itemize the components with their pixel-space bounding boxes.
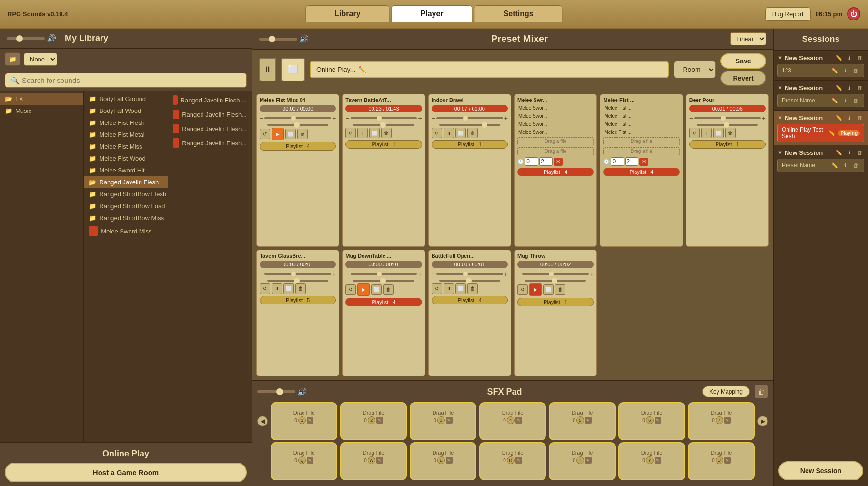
revert-button[interactable]: Revert	[720, 71, 766, 86]
sfx-pad-y[interactable]: Drag File 0 Y ✎	[618, 442, 685, 480]
delete-sound-button[interactable]: 🗑	[295, 284, 306, 294]
mixer-volume-control[interactable]: 🔊	[259, 34, 309, 43]
list-item[interactable]: 📁BodyFall Wood	[84, 105, 167, 117]
tab-settings[interactable]: Settings	[474, 5, 563, 22]
playlist-button[interactable]: Playlist 1	[689, 140, 766, 149]
mixer-volume-thumb[interactable]	[269, 36, 275, 42]
vol-plus[interactable]: +	[590, 270, 594, 278]
sfx-pad-3[interactable]: Drag File 0 3 ✎	[410, 402, 476, 440]
stop-button[interactable]: ⬜	[281, 58, 305, 81]
loop-button[interactable]: ↺	[432, 284, 442, 294]
stop-sound-button[interactable]: ⬜	[283, 284, 294, 294]
vol-minus[interactable]: −	[517, 270, 521, 278]
list-item[interactable]: 📁Melee Fist Metal	[84, 129, 167, 141]
vol-plus[interactable]: +	[504, 114, 508, 122]
collapse-icon-4[interactable]: ▼	[777, 150, 783, 155]
sfx-pad-7[interactable]: Drag File 0 7 ✎	[688, 402, 755, 440]
list-item[interactable]: Ranged Javelin Flesh...	[168, 107, 252, 122]
collapse-icon-1[interactable]: ▼	[777, 55, 783, 61]
pan-thumb[interactable]	[552, 278, 557, 284]
folder-icon-button[interactable]: 📁	[5, 52, 20, 66]
list-item[interactable]: Ranged Javelin Flesh ...	[168, 93, 252, 107]
sfx-edit-icon[interactable]: ✎	[585, 457, 592, 464]
list-item[interactable]: Ranged Javelin Flesh...	[168, 136, 252, 150]
list-item[interactable]: Ranged Javelin Flesh...	[168, 122, 252, 136]
vol-thumb[interactable]	[463, 116, 468, 121]
stop-sound-button[interactable]: ⬜	[369, 128, 380, 138]
vol-slider[interactable]	[522, 273, 589, 275]
vol-minus[interactable]: −	[260, 270, 263, 278]
search-input-wrap[interactable]: 🔍	[5, 73, 247, 88]
sfx-edit-icon[interactable]: ✎	[376, 417, 383, 424]
pan-track[interactable]	[439, 124, 500, 126]
vol-minus[interactable]: −	[260, 114, 263, 122]
list-item[interactable]: 📁Melee Fist Wood	[84, 152, 167, 164]
vol-plus[interactable]: +	[332, 270, 336, 278]
vol-slider[interactable]	[694, 117, 761, 119]
drag-file-area[interactable]: Drag a file	[517, 137, 594, 145]
delete-sound-button[interactable]: 🗑	[297, 129, 308, 139]
sfx-pad-2[interactable]: Drag File 0 2 ✎	[340, 402, 407, 440]
sfx-pad-r[interactable]: Drag File 0 R ✎	[479, 442, 546, 480]
sfx-pad-5[interactable]: Drag File 0 5 ✎	[549, 402, 616, 440]
drag-file-area[interactable]: Drag a file	[603, 147, 679, 155]
pan-thumb[interactable]	[482, 122, 487, 128]
play-button[interactable]: ▶	[357, 284, 370, 296]
sfx-edit-icon[interactable]: ✎	[724, 457, 731, 464]
playlist-button[interactable]: Playlist 4	[345, 298, 422, 306]
sfx-edit-icon[interactable]: ✎	[655, 457, 661, 464]
loop-button[interactable]: ↺	[432, 128, 442, 138]
sfx-pad-q[interactable]: Drag File 0 Q ✎	[271, 442, 337, 480]
sfx-volume-control[interactable]: 🔊	[257, 387, 307, 396]
play-button[interactable]: ▶	[272, 128, 284, 140]
vol-plus[interactable]: +	[504, 270, 508, 278]
info-preset-2[interactable]: ℹ	[841, 96, 849, 105]
list-item[interactable]: 📁Ranged ShortBow Miss	[84, 212, 167, 224]
playlist-button[interactable]: Playlist 4	[432, 296, 508, 304]
sfx-volume-thumb[interactable]	[276, 388, 283, 395]
delete-preset-1[interactable]: 🗑	[851, 66, 860, 75]
playlist-button[interactable]: Playlist 5	[260, 296, 336, 304]
vol-minus[interactable]: −	[345, 114, 349, 122]
info-session-2[interactable]: ℹ	[845, 83, 854, 92]
delete-sound-button[interactable]: 🗑	[555, 284, 565, 295]
stop-sound-button[interactable]: ⬜	[455, 284, 466, 294]
vol-plus[interactable]: +	[762, 114, 766, 122]
edit-session-4[interactable]: ✏️	[835, 148, 843, 157]
pause-sound-button[interactable]: ⏸	[444, 284, 454, 294]
vol-slider[interactable]	[436, 273, 503, 275]
playlist-button[interactable]: Playlist 4	[517, 168, 594, 176]
key-mapping-button[interactable]: Key Mapping	[702, 386, 750, 397]
vol-slider[interactable]	[351, 273, 417, 275]
delete-sound-button[interactable]: 🗑	[381, 128, 392, 138]
playlist-button[interactable]: Playlist 4	[603, 168, 679, 176]
list-item[interactable]: 📁Melee Fist Miss	[84, 141, 167, 152]
linear-select[interactable]: Linear	[730, 32, 766, 45]
sfx-edit-icon[interactable]: ✎	[307, 417, 313, 424]
list-item[interactable]: 📁Melee Fist Flesh	[84, 117, 167, 129]
list-item[interactable]: 📁Ranged ShortBow Flesh	[84, 188, 167, 200]
sfx-edit-icon[interactable]: ✎	[724, 417, 731, 424]
num-field-0[interactable]	[525, 157, 538, 166]
sfx-volume-track[interactable]	[257, 390, 295, 393]
vol-thumb[interactable]	[291, 116, 296, 121]
playlist-button[interactable]: Playlist 4	[260, 142, 336, 151]
delete-preset-4[interactable]: 🗑	[851, 161, 860, 170]
loop-button[interactable]: ↺	[345, 128, 356, 138]
new-session-button[interactable]: New Session	[778, 461, 863, 480]
list-item[interactable]: 📁Melee Sword Hit	[84, 164, 167, 176]
num-field-2[interactable]	[625, 157, 638, 166]
library-volume-track[interactable]	[7, 37, 45, 40]
sfx-pad-e[interactable]: Drag File 0 E ✎	[410, 442, 476, 480]
sfx-edit-icon[interactable]: ✎	[446, 417, 453, 424]
vol-plus[interactable]: +	[332, 114, 336, 122]
pan-thumb[interactable]	[380, 278, 386, 284]
library-volume-thumb[interactable]	[16, 35, 23, 42]
pan-thumb[interactable]	[380, 122, 386, 128]
delete-preset-2[interactable]: 🗑	[851, 96, 860, 105]
info-preset-1[interactable]: ℹ	[841, 66, 849, 75]
delete-sound-button[interactable]: 🗑	[467, 128, 478, 138]
vol-minus[interactable]: −	[689, 114, 693, 122]
edit-session-1[interactable]: ✏️	[835, 53, 843, 62]
pan-thumb[interactable]	[294, 122, 300, 128]
